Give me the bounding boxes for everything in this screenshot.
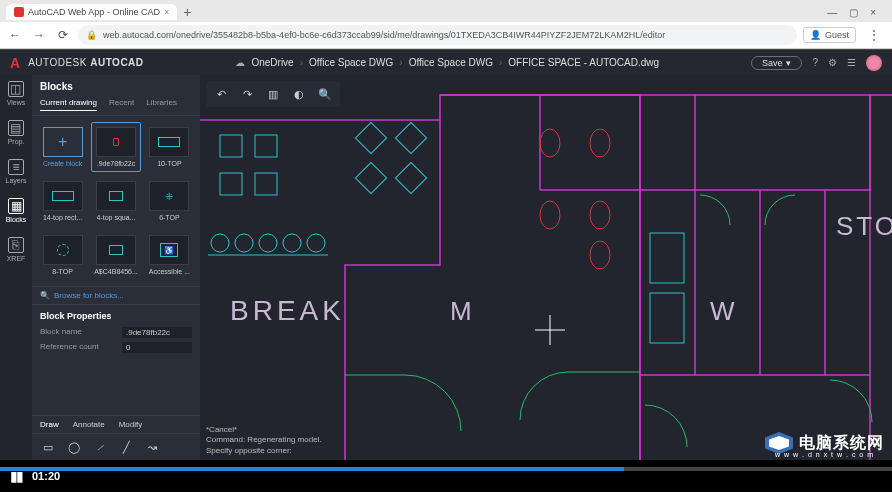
- room-label-sto: STO: [836, 211, 892, 241]
- chevron-down-icon: ▾: [786, 58, 791, 68]
- arc-tool-icon[interactable]: ⟋: [92, 440, 108, 454]
- help-icon[interactable]: ?: [812, 57, 818, 68]
- browse-blocks-link[interactable]: 🔍 Browse for blocks...: [32, 286, 200, 305]
- url-input[interactable]: 🔒 web.autocad.com/onedrive/355482b8-b5ba…: [78, 25, 797, 45]
- profile-chip[interactable]: 👤 Guest: [803, 27, 856, 43]
- svg-point-19: [590, 129, 610, 157]
- block-item[interactable]: 8-TOP: [38, 230, 87, 280]
- tab-current-drawing[interactable]: Current drawing: [40, 98, 97, 111]
- block-item[interactable]: ♿Accessible ...: [145, 230, 194, 280]
- watermark: 电脑系统网 w w w . d n x t w . c o m: [765, 432, 884, 454]
- tool-category-tabs: Draw Annotate Modify: [32, 415, 200, 434]
- breadcrumb: ☁ OneDrive › Office Space DWG › Office S…: [235, 57, 659, 68]
- prop-value[interactable]: .9de78fb22c: [122, 327, 192, 338]
- tool-tab-annotate[interactable]: Annotate: [73, 420, 105, 429]
- prop-value[interactable]: 0: [122, 342, 192, 353]
- guest-icon: 👤: [810, 30, 821, 40]
- workspace: ◫Views ▤Prop. ≡Layers ▦Blocks ⎘XREF Bloc…: [0, 75, 892, 460]
- window-controls: — ▢ ×: [827, 7, 886, 18]
- svg-point-10: [211, 234, 229, 252]
- draw-tool-icons: ▭ ◯ ⟋ ╱ ↝: [32, 434, 200, 460]
- kebab-menu-icon[interactable]: ⋮: [862, 28, 886, 42]
- browser-chrome: AutoCAD Web App - Online CAD × + — ▢ × ←…: [0, 0, 892, 49]
- minimize-icon[interactable]: —: [827, 7, 837, 18]
- svg-point-13: [283, 234, 301, 252]
- tool-tab-modify[interactable]: Modify: [119, 420, 143, 429]
- left-rail: ◫Views ▤Prop. ≡Layers ▦Blocks ⎘XREF: [0, 75, 32, 460]
- browser-tab[interactable]: AutoCAD Web App - Online CAD ×: [6, 4, 177, 20]
- square-thumb-icon: [109, 191, 123, 201]
- block-item[interactable]: ⁜6-TOP: [145, 176, 194, 226]
- app-header: A AUTODESK AUTOCAD ☁ OneDrive › Office S…: [0, 49, 892, 75]
- circle-tool-icon[interactable]: ◯: [66, 440, 82, 454]
- table-thumb-icon: [52, 191, 74, 201]
- progress-fill: [0, 467, 624, 471]
- address-bar: ← → ⟳ 🔒 web.autocad.com/onedrive/355482b…: [0, 22, 892, 48]
- prop-name: Reference count: [40, 342, 99, 353]
- window-close-icon[interactable]: ×: [870, 7, 876, 18]
- svg-point-21: [590, 201, 610, 229]
- secure-lock-icon: 🔒: [86, 30, 97, 40]
- rail-blocks[interactable]: ▦Blocks: [6, 198, 27, 223]
- create-block-button[interactable]: +Create block: [38, 122, 87, 172]
- watermark-url: w w w . d n x t w . c o m: [775, 451, 874, 458]
- polyline-tool-icon[interactable]: ↝: [144, 440, 160, 454]
- gear-icon[interactable]: ⚙: [828, 57, 837, 68]
- prop-name: Block name: [40, 327, 82, 338]
- video-player-bar: ▮▮ 01:20: [0, 460, 892, 492]
- block-item[interactable]: .9de78fb22c: [91, 122, 141, 172]
- svg-rect-16: [650, 233, 684, 283]
- blocks-icon: ▦: [8, 198, 24, 214]
- xref-icon: ⎘: [8, 237, 24, 253]
- video-progress[interactable]: [0, 467, 892, 471]
- svg-rect-5: [255, 173, 277, 195]
- line-tool-icon[interactable]: ╱: [118, 440, 134, 454]
- drawing-canvas[interactable]: ↶ ↷ ▥ ◐ 🔍: [200, 75, 892, 460]
- floorplan-svg: BREAK M W STO: [200, 75, 892, 460]
- svg-rect-9: [395, 162, 426, 193]
- properties-title: Block Properties: [40, 311, 192, 321]
- panel-title: Blocks: [32, 75, 200, 98]
- maximize-icon[interactable]: ▢: [849, 7, 858, 18]
- svg-point-22: [590, 241, 610, 269]
- crumb-0[interactable]: OneDrive: [251, 57, 293, 68]
- accessible-thumb-icon: ♿: [160, 243, 178, 257]
- block-item[interactable]: 14-top rect...: [38, 176, 87, 226]
- tab-libraries[interactable]: Libraries: [146, 98, 177, 111]
- block-item[interactable]: 10-TOP: [145, 122, 194, 172]
- print-icon[interactable]: ☰: [847, 57, 856, 68]
- panel-tabs: Current drawing Recent Libraries: [32, 98, 200, 116]
- tab-recent[interactable]: Recent: [109, 98, 134, 111]
- forward-icon[interactable]: →: [30, 26, 48, 44]
- reload-icon[interactable]: ⟳: [54, 26, 72, 44]
- svg-point-20: [540, 201, 560, 229]
- command-line: *Cancel* Command: Regenerating model. Sp…: [206, 425, 322, 456]
- rail-xref[interactable]: ⎘XREF: [7, 237, 26, 262]
- svg-rect-8: [355, 162, 386, 193]
- rail-layers[interactable]: ≡Layers: [5, 159, 26, 184]
- brand-text: AUTODESK AUTOCAD: [28, 57, 143, 68]
- tool-tab-draw[interactable]: Draw: [40, 420, 59, 429]
- close-tab-icon[interactable]: ×: [164, 7, 169, 17]
- rail-properties[interactable]: ▤Prop.: [8, 120, 25, 145]
- search-icon: 🔍: [40, 291, 50, 300]
- layers-icon: ≡: [8, 159, 24, 175]
- crumb-2[interactable]: Office Space DWG: [409, 57, 493, 68]
- save-button[interactable]: Save▾: [751, 56, 803, 70]
- guest-label: Guest: [825, 30, 849, 40]
- svg-point-18: [540, 129, 560, 157]
- crumb-3[interactable]: OFFICE SPACE - AUTOCAD.dwg: [508, 57, 659, 68]
- properties-icon: ▤: [8, 120, 24, 136]
- avatar[interactable]: [866, 55, 882, 71]
- block-item[interactable]: A$C4B8456...: [91, 230, 141, 280]
- tab-title: AutoCAD Web App - Online CAD: [28, 7, 160, 17]
- rail-views[interactable]: ◫Views: [7, 81, 26, 106]
- crumb-1[interactable]: Office Space DWG: [309, 57, 393, 68]
- chair-thumb-icon: [113, 138, 119, 146]
- svg-rect-7: [395, 122, 426, 153]
- new-tab-button[interactable]: +: [183, 4, 191, 20]
- plus-icon: +: [43, 127, 83, 157]
- rectangle-tool-icon[interactable]: ▭: [40, 440, 56, 454]
- block-item[interactable]: 4-top squa...: [91, 176, 141, 226]
- back-icon[interactable]: ←: [6, 26, 24, 44]
